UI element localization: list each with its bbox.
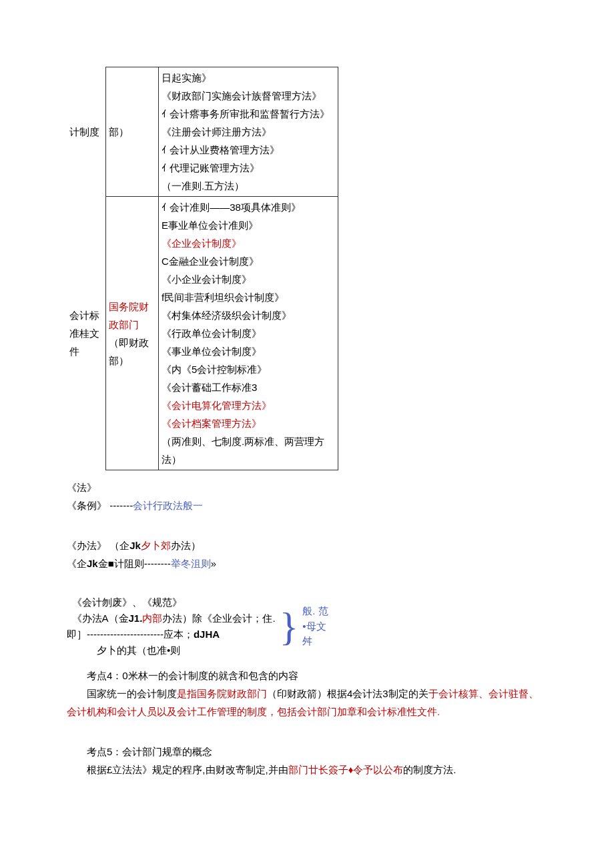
point4-body: 国家统一的会计制度是指国务院财政部门（印财政箭）根据4会计法3制定的关于会计核算… bbox=[67, 685, 547, 721]
brace-icon: } bbox=[280, 606, 299, 646]
p1-l2b: 会计行政法般一 bbox=[133, 500, 203, 511]
cell-col2-r2: 国务院财政部门（即财政部） bbox=[106, 197, 159, 470]
p1-line1: 《法》 bbox=[67, 478, 547, 496]
regulation-table: 计制度 部） 日起实施》《财政部门实施会计族督管理方法》ｲ 会计瘩事务所审批和监… bbox=[67, 67, 338, 470]
p4-c: （印财政箭）根据4会计法3制定的关 bbox=[267, 688, 428, 699]
ann-r1: 般. 范 bbox=[302, 604, 328, 619]
annotation-right: 般. 范 •母文 舛 bbox=[302, 604, 328, 649]
cell-col2-r1: 部） bbox=[106, 67, 159, 197]
annotation-block: 《会计刎废》、《规范》 《办法A（金J1.内部办法）除《企业会计；住. 即］--… bbox=[67, 594, 547, 659]
p2-line2: 《企Jk金■计阻则--------举冬沮则» bbox=[67, 554, 547, 572]
p5-c: 的制度方法. bbox=[403, 764, 456, 775]
ann-r2: •母文 bbox=[302, 619, 328, 634]
list-line: 《内《5会计控制标准》 bbox=[162, 360, 335, 378]
txt-col1-r1: 计制度 bbox=[69, 126, 99, 137]
point4-title: 考点4：0米林一的会计制度的就含和包含的内容 bbox=[67, 667, 547, 685]
list-line: （两准则、七制度.两标准、两营理方法） bbox=[162, 432, 335, 468]
ann-l3a: 即］-----------------------应本； bbox=[67, 628, 194, 640]
p2-l2b: Jk bbox=[87, 558, 98, 569]
p4-a: 国家统一的会计制度 bbox=[87, 688, 177, 699]
ann-l2a: 《办法A（金 bbox=[72, 612, 129, 624]
para-2: 《办法》 （企Jk夕卜郊办法） 《企Jk金■计阻则--------举冬沮则» bbox=[67, 536, 547, 572]
txt-col2-r2b: （即财政部） bbox=[109, 337, 149, 366]
list-line: 《会计电算化管理方法》 bbox=[162, 396, 335, 414]
txt-col1-r2: 会计标准桂文件 bbox=[69, 310, 99, 357]
para-1: 《法》 《条例》 -------会计行政法般一 bbox=[67, 478, 547, 514]
p2-l2a: 《企 bbox=[67, 558, 87, 569]
list-line: 《企业会计制度》 bbox=[162, 234, 335, 252]
ann-l2b: J1. bbox=[129, 612, 143, 624]
ann-l1: 《会计刎废》、《规范》 bbox=[72, 594, 276, 610]
ann-l2c: 内部 bbox=[142, 612, 162, 624]
list-line: 《会计档案管理方法》 bbox=[162, 414, 335, 432]
cell-col1-top: 计制度 bbox=[67, 67, 106, 197]
ann-l3: 即］-----------------------应本；dJHA bbox=[67, 626, 276, 642]
list-line: 《小企业会计制度》 bbox=[162, 270, 335, 288]
cell-col1-bottom: 会计标准桂文件 bbox=[67, 197, 106, 470]
list-line: 日起实施》 bbox=[162, 69, 335, 87]
list-line: C金融企业会计制度》 bbox=[162, 252, 335, 270]
p2-l1b: Jk bbox=[129, 540, 141, 551]
point-4: 考点4：0米林一的会计制度的就含和包含的内容 国家统一的会计制度是指国务院财政部… bbox=[67, 667, 547, 721]
list-line: ｲ 会计准则——38项具体准则》 bbox=[162, 198, 335, 216]
list-line: （一准则.五方法） bbox=[162, 177, 335, 195]
list-line: ｲ 会计从业费格管理方法》 bbox=[162, 141, 335, 159]
p4-b: 是指国务院财政部门 bbox=[177, 688, 267, 699]
list-line: ｲ 代理记账管理方法》 bbox=[162, 159, 335, 177]
p5-b: 部门廿长簽子♦令予以公布 bbox=[288, 764, 404, 775]
p2-l2c: 金■计阻则-------- bbox=[98, 558, 171, 569]
cell-col3-r2: ｲ 会计准则——38项具体准则》E事业单位会计准则》《企业会计制度》C金融企业会… bbox=[159, 197, 338, 470]
point5-title: 考点5：会计部门规章的概念 bbox=[67, 743, 547, 761]
p5-a: 根据£立法法》规定的程序,由财改寄制定,并由 bbox=[87, 764, 288, 775]
annotation-left: 《会计刎废》、《规范》 《办法A（金J1.内部办法）除《企业会计；住. 即］--… bbox=[67, 594, 276, 659]
p1-line2: 《条例》 -------会计行政法般一 bbox=[67, 496, 547, 514]
list-line: 《事业单位会计制度》 bbox=[162, 342, 335, 360]
p2-l2e: » bbox=[211, 558, 216, 569]
p2-l1a: 《办法》 （企 bbox=[67, 540, 129, 551]
txt-col2-r2a: 国务院财政部门 bbox=[109, 301, 149, 330]
p2-line1: 《办法》 （企Jk夕卜郊办法） bbox=[67, 536, 547, 554]
p2-l1c: 夕卜郊 bbox=[141, 540, 171, 551]
p1-l2a: 《条例》 ------- bbox=[67, 500, 133, 511]
point-5: 考点5：会计部门规章的概念 根据£立法法》规定的程序,由财改寄制定,并由部门廿长… bbox=[67, 743, 547, 779]
cell-col3-r1: 日起实施》《财政部门实施会计族督管理方法》ｲ 会计瘩事务所审批和监督暂行方法》《… bbox=[159, 67, 338, 197]
point5-body: 根据£立法法》规定的程序,由财改寄制定,并由部门廿长簽子♦令予以公布的制度方法. bbox=[67, 761, 547, 779]
list-line: 《会计蓄础工作标准3 bbox=[162, 378, 335, 396]
ann-r3: 舛 bbox=[302, 634, 328, 649]
list-line: 《行政单位会计制度》 bbox=[162, 324, 335, 342]
ann-l3b: dJHA bbox=[194, 628, 220, 640]
list-line: 《村集体经济级织会计制度》 bbox=[162, 306, 335, 324]
txt-col2-r1: 部） bbox=[109, 126, 129, 137]
list-line: E事业单位会计准则》 bbox=[162, 216, 335, 234]
ann-l2d: 办法）除《企业会计；住. bbox=[162, 612, 275, 624]
p2-l2d: 举冬沮则 bbox=[171, 558, 211, 569]
ann-l4: 夕卜的其（也准•则 bbox=[67, 642, 276, 659]
list-line: ｲ 会计瘩事务所审批和监督暂行方法》 bbox=[162, 105, 335, 123]
p2-l1d: 办法） bbox=[171, 540, 201, 551]
list-line: 《财政部门实施会计族督管理方法》 bbox=[162, 87, 335, 105]
ann-l2: 《办法A（金J1.内部办法）除《企业会计；住. bbox=[72, 610, 276, 626]
list-line: 《注册会计师注册方法》 bbox=[162, 123, 335, 141]
list-line: f民间非营利坦织会计制度》 bbox=[162, 288, 335, 306]
